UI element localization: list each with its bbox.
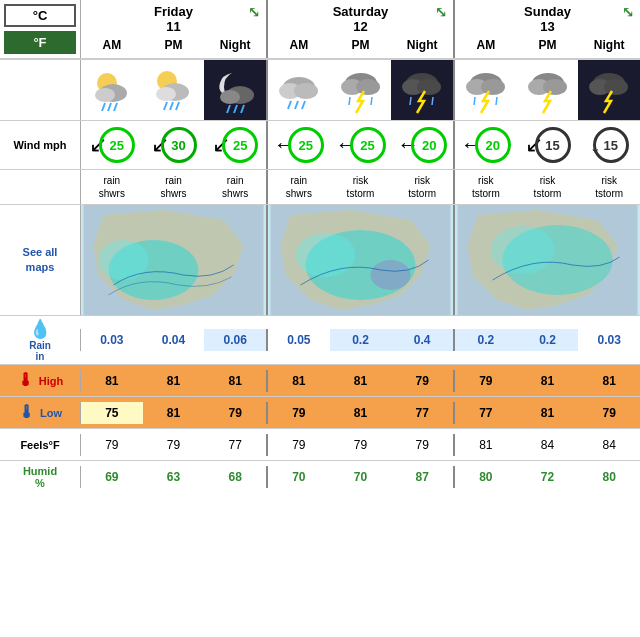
saturday-humid-night: 87 [391,466,453,488]
saturday-date: 12 [353,19,367,34]
saturday-rain-pm: 0.2 [330,329,392,351]
high-text: High [39,375,63,387]
friday-wind-am: ↙ 25 [81,121,143,169]
friday-am: AM [81,36,143,54]
sunday-rain-am: 0.2 [455,329,517,351]
friday-wind-am-circle: 25 [99,127,135,163]
sunday-high: 79 81 81 [453,370,640,392]
saturday-night: Night [391,36,453,54]
friday-subheader: AM PM Night [81,36,266,54]
friday-name: Friday [154,4,193,19]
celsius-button[interactable]: °C [4,4,76,27]
sunday-humid-night: 80 [578,466,640,488]
saturday-high: 81 81 79 [266,370,453,392]
friday-wind-pm-circle: 30 [161,127,197,163]
saturday-expand-icon[interactable]: ⤡ [435,4,447,20]
friday-high: 81 81 81 [80,370,266,392]
sunday-high-pm: 81 [517,370,579,392]
feels-label: Feels°F [0,437,80,453]
sunday-desc-pm: risktstorm [517,170,579,204]
thermometer-high-icon: 🌡 [17,370,35,391]
feels-row: Feels°F 79 79 77 79 79 79 81 84 84 [0,428,640,460]
saturday-humid-am: 70 [268,466,330,488]
icon-corner [0,60,80,120]
friday-desc-am: rainshwrs [81,170,143,204]
saturday-map-svg [268,205,453,315]
friday-icons [80,60,266,120]
sunday-am-icon [455,60,517,120]
unit-switcher: °C °F [0,0,80,58]
saturday-header: Saturday 12 ⤡ [268,0,453,36]
thunderstorm-icon [336,65,386,115]
friday-low-pm: 81 [143,402,205,424]
svg-point-2 [95,88,115,102]
svg-point-53 [491,226,555,274]
icon-row [0,59,640,120]
humid-label: Humid % [0,463,80,491]
partly-cloudy-rain-icon-2 [149,65,199,115]
friday-humid-am: 69 [81,466,143,488]
svg-line-31 [410,97,411,105]
friday-expand-icon[interactable]: ⤡ [248,4,260,20]
friday-night-icon [204,60,266,120]
svg-line-14 [227,105,230,113]
svg-line-32 [432,97,433,105]
saturday-pm: PM [330,36,392,54]
friday-am-icon [81,60,143,120]
saturday-map-cell [268,205,453,315]
cloudy-rain-icon [274,65,324,115]
friday-feels: 79 79 77 [80,434,266,456]
sunday-rain-night: 0.03 [578,329,640,351]
friday-rain-night: 0.06 [204,329,266,351]
sunday-am: AM [455,36,517,54]
friday-rain-pm: 0.04 [143,329,205,351]
saturday-high-am: 81 [268,370,330,392]
saturday-section: Saturday 12 ⤡ AM PM Night [266,0,453,58]
saturday-high-pm: 81 [330,370,392,392]
friday-desc: rainshwrs rainshwrs rainshwrs [80,170,266,204]
sunday-wind-pm: ↙ 15 [517,121,579,169]
svg-line-5 [114,103,117,111]
sunday-map-cell [455,205,640,315]
sunday-high-night: 81 [578,370,640,392]
sunday-low-pm: 81 [517,402,579,424]
saturday-feels: 79 79 79 [266,434,453,456]
svg-line-37 [496,97,497,105]
svg-point-35 [481,79,505,95]
svg-line-15 [234,105,237,113]
header-row: °C °F Friday 11 ⤡ AM PM Night Saturday 1… [0,0,640,59]
humid-row: Humid % 69 63 68 70 70 87 80 72 80 [0,460,640,492]
sunday-feels-pm: 84 [517,434,579,456]
saturday-rain: 0.05 0.2 0.4 [266,329,453,351]
friday-pm-icon [143,60,205,120]
sunday-icons [453,60,640,120]
sunday-wind-night-circle: 15 [593,127,629,163]
saturday-night-icon [391,60,453,120]
friday-header: Friday 11 ⤡ [81,0,266,36]
fahrenheit-button[interactable]: °F [4,31,76,54]
sunday-wind-am-circle: 20 [475,127,511,163]
sunday-header: Sunday 13 ⤡ [455,0,640,36]
partly-cloudy-rain-icon [87,65,137,115]
saturday-wind-pm: ← 25 [330,121,392,169]
saturday-low: 79 81 77 [266,402,453,424]
friday-night: Night [204,36,266,54]
saturday-wind-pm-circle: 25 [350,127,386,163]
wind-label: Wind mph [0,134,80,156]
see-all-maps-label[interactable]: See allmaps [0,205,80,315]
saturday-low-pm: 81 [330,402,392,424]
sunday-feels: 81 84 84 [453,434,640,456]
svg-point-46 [99,240,149,280]
svg-point-49 [296,233,356,277]
sunday-wind: ← 20 ↙ 15 ↓ 15 [453,121,640,169]
humid-text: Humid [23,465,57,477]
weather-widget: °C °F Friday 11 ⤡ AM PM Night Saturday 1… [0,0,640,492]
saturday-subheader: AM PM Night [268,36,453,54]
sunday-night: Night [578,36,640,54]
svg-line-21 [295,101,298,109]
friday-wind-pm: ↙ 30 [143,121,205,169]
svg-point-50 [371,260,411,290]
thunderstorm-night-icon [397,65,447,115]
sunday-expand-icon[interactable]: ⤡ [622,4,634,20]
friday-rain-am: 0.03 [81,329,143,351]
